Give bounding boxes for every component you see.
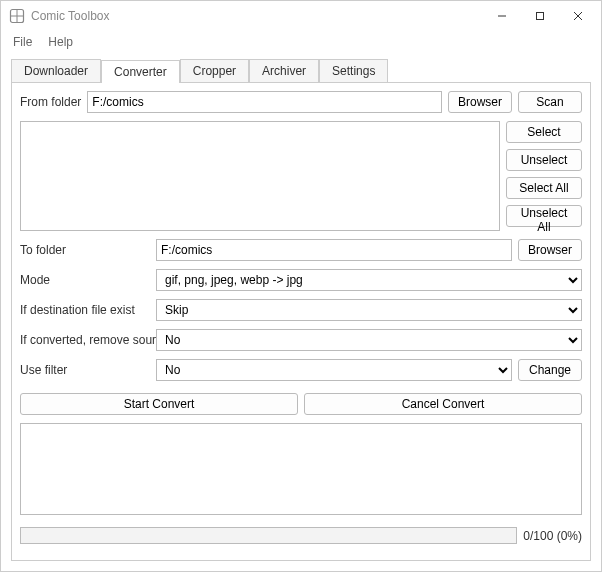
if-dest-row: If destination file exist Skip (20, 299, 582, 321)
to-folder-row: To folder Browser (20, 239, 582, 261)
titlebar: Comic Toolbox (1, 1, 601, 31)
tab-converter[interactable]: Converter (101, 60, 180, 83)
menubar: File Help (1, 31, 601, 53)
list-side-buttons: Select Unselect Select All Unselect All (506, 121, 582, 231)
if-converted-row: If converted, remove source No (20, 329, 582, 351)
tab-archiver[interactable]: Archiver (249, 59, 319, 82)
select-button[interactable]: Select (506, 121, 582, 143)
unselect-button[interactable]: Unselect (506, 149, 582, 171)
progress-bar (20, 527, 517, 544)
menu-help[interactable]: Help (40, 33, 81, 51)
use-filter-label: Use filter (20, 363, 150, 377)
content-area: Downloader Converter Cropper Archiver Se… (1, 53, 601, 571)
tab-strip: Downloader Converter Cropper Archiver Se… (11, 59, 591, 82)
tab-cropper[interactable]: Cropper (180, 59, 249, 82)
mode-label: Mode (20, 273, 150, 287)
window-title: Comic Toolbox (31, 9, 483, 23)
if-dest-select[interactable]: Skip (156, 299, 582, 321)
action-row: Start Convert Cancel Convert (20, 393, 582, 415)
close-button[interactable] (559, 2, 597, 30)
menu-file[interactable]: File (5, 33, 40, 51)
log-output[interactable] (20, 423, 582, 515)
app-window: Comic Toolbox File Help Downloader Conve… (0, 0, 602, 572)
from-folder-input[interactable] (87, 91, 442, 113)
file-list-row: Select Unselect Select All Unselect All (20, 121, 582, 231)
change-filter-button[interactable]: Change (518, 359, 582, 381)
if-converted-label: If converted, remove source (20, 333, 150, 347)
progress-text: 0/100 (0%) (523, 529, 582, 543)
select-all-button[interactable]: Select All (506, 177, 582, 199)
scan-button[interactable]: Scan (518, 91, 582, 113)
to-folder-label: To folder (20, 243, 150, 257)
maximize-button[interactable] (521, 2, 559, 30)
start-convert-button[interactable]: Start Convert (20, 393, 298, 415)
unselect-all-button[interactable]: Unselect All (506, 205, 582, 227)
minimize-button[interactable] (483, 2, 521, 30)
if-converted-select[interactable]: No (156, 329, 582, 351)
from-folder-label: From folder (20, 95, 81, 109)
to-folder-input[interactable] (156, 239, 512, 261)
mode-select[interactable]: gif, png, jpeg, webp -> jpg (156, 269, 582, 291)
use-filter-select[interactable]: No (156, 359, 512, 381)
cancel-convert-button[interactable]: Cancel Convert (304, 393, 582, 415)
use-filter-row: Use filter No Change (20, 359, 582, 381)
tab-downloader[interactable]: Downloader (11, 59, 101, 82)
svg-rect-4 (537, 13, 544, 20)
file-listbox[interactable] (20, 121, 500, 231)
app-icon (9, 8, 25, 24)
from-folder-row: From folder Browser Scan (20, 91, 582, 113)
progress-row: 0/100 (0%) (20, 527, 582, 544)
tab-settings[interactable]: Settings (319, 59, 388, 82)
from-browser-button[interactable]: Browser (448, 91, 512, 113)
if-dest-label: If destination file exist (20, 303, 150, 317)
tab-body: From folder Browser Scan Select Unselect… (11, 82, 591, 561)
to-browser-button[interactable]: Browser (518, 239, 582, 261)
mode-row: Mode gif, png, jpeg, webp -> jpg (20, 269, 582, 291)
